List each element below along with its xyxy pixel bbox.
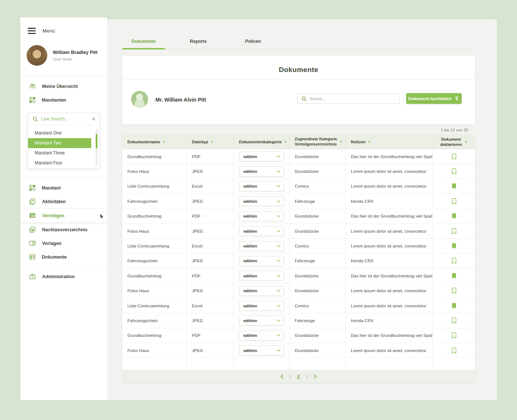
cell-assigned-category: Grundstücke [290, 209, 346, 223]
cell-category-select: wählen [234, 149, 290, 164]
divider [20, 76, 107, 76]
people-icon [29, 83, 36, 89]
cell-assigned-category: Grundstücke [290, 224, 346, 238]
cell-declare [433, 194, 475, 208]
sidebar-item-dokumente[interactable]: Dokumente [20, 250, 107, 264]
cell-declare [433, 343, 475, 358]
sort-arrow-icon[interactable]: ▼ [464, 140, 468, 144]
user-profile: William Bradley Pitt User level [20, 34, 107, 66]
list-item-mandant-one[interactable]: Mandant One [28, 128, 99, 138]
sidebar-item-mandanten[interactable]: Mandanten [20, 93, 107, 107]
category-dropdown[interactable]: wählen [239, 211, 284, 221]
client-avatar [131, 91, 148, 108]
declare-document-button[interactable] [451, 317, 457, 324]
user-name: William Bradley Pitt [53, 49, 97, 55]
cell-category-select: wählen [234, 298, 290, 313]
column-header-dateityp[interactable]: Dateityp▼ [187, 135, 234, 149]
column-header-dokument-deklarieren[interactable]: Dokument deklarieren▼ [433, 135, 475, 149]
sidebar-item-vorlagen[interactable]: Vorlagen [20, 236, 107, 250]
tab-reports[interactable]: Reports [177, 37, 220, 49]
live-search-results: Mandant One Mandant Two Mandant Three Ma… [28, 125, 99, 168]
sort-arrow-icon[interactable]: ▼ [284, 140, 287, 144]
list-item-mandant-four[interactable]: Mandant Four [28, 158, 99, 168]
pagination-next-icon[interactable] [314, 374, 317, 379]
tab-policen[interactable]: Policen [232, 37, 274, 49]
sidebar-item-meine-uebersicht[interactable]: Meine Übersicht [20, 79, 107, 93]
table-row: Grundbucheintrag PDF wählen Grundstücke … [122, 209, 475, 224]
bookmark-outline-icon [451, 198, 457, 205]
documents-table: Dokumentename▼ Dateityp▼ Dokumentenkateg… [122, 135, 475, 383]
hamburger-menu-icon[interactable] [28, 28, 36, 34]
sort-arrow-icon[interactable]: ▼ [339, 140, 343, 144]
declare-document-button[interactable] [451, 168, 457, 175]
bookmark-outline-icon [451, 287, 457, 294]
category-dropdown[interactable]: wählen [239, 271, 284, 281]
sidebar-item-aktivitaeten[interactable]: Aktivitäten [20, 195, 107, 208]
category-dropdown[interactable]: wählen [239, 196, 284, 206]
page-number-3[interactable]: 3 [305, 374, 308, 379]
cell-assigned-category: Grundstücke [290, 164, 346, 178]
declare-document-button[interactable] [451, 347, 457, 354]
category-dropdown[interactable]: wählen [239, 151, 284, 161]
declare-document-button[interactable] [451, 303, 457, 309]
search-icon [32, 116, 38, 122]
category-dropdown[interactable]: wählen [239, 331, 284, 341]
page-number-1[interactable]: 1 [289, 374, 292, 379]
pagination-prev-icon[interactable] [280, 374, 284, 379]
cell-category-select: wählen [234, 313, 290, 328]
table-row: Grundbucheintrag PDF wählen Grundstücke … [122, 269, 475, 283]
declare-document-button[interactable] [451, 257, 457, 264]
column-header-zugeordnete-kategorie[interactable]: Zugeordnete Kategorie Vermögensverzeichn… [290, 135, 346, 149]
list-item-mandant-two-selected[interactable]: Mandant Two [28, 138, 91, 148]
close-icon[interactable]: ✕ [92, 117, 96, 122]
bookmark-outline-icon [451, 317, 457, 324]
tab-dokumente[interactable]: Dokumente [122, 37, 165, 49]
category-dropdown[interactable]: wählen [239, 226, 284, 236]
cell-file-type: JPEG [187, 254, 234, 268]
list-item-mandant-three[interactable]: Mandant Three [28, 148, 99, 158]
category-dropdown[interactable]: wählen [239, 181, 284, 191]
sort-arrow-icon[interactable]: ▼ [210, 140, 213, 144]
document-search-input[interactable] [310, 96, 396, 101]
category-dropdown[interactable]: wählen [239, 345, 284, 355]
scrollbar-track[interactable] [96, 129, 97, 166]
category-dropdown[interactable]: wählen [239, 315, 284, 325]
column-header-dokumentename[interactable]: Dokumentename▼ [122, 135, 187, 149]
column-header-dokumentenkategorie[interactable]: Dokumentenkategorie▼ [234, 135, 290, 149]
declare-document-button[interactable] [451, 243, 457, 249]
category-dropdown[interactable]: wählen [239, 241, 284, 251]
cell-notes: Das hier ist der Grundbucheintrag viel S… [346, 209, 433, 223]
sidebar-item-vermoegen[interactable]: Vermögen [20, 208, 107, 223]
bookmark-outline-icon [451, 153, 457, 160]
cell-file-type: PDF [187, 149, 234, 164]
category-dropdown[interactable]: wählen [239, 301, 284, 311]
category-dropdown[interactable]: wählen [239, 167, 284, 177]
category-dropdown[interactable]: wählen [239, 286, 284, 296]
cell-declare [433, 313, 475, 328]
category-dropdown[interactable]: wählen [239, 256, 284, 266]
scrollbar-thumb[interactable] [96, 134, 97, 148]
declare-document-button[interactable] [451, 198, 457, 205]
declare-document-button[interactable] [451, 287, 457, 294]
sort-arrow-icon[interactable]: ▼ [368, 140, 371, 144]
column-header-notizen[interactable]: Notizen▼ [346, 135, 433, 149]
upload-document-button[interactable]: Dokument hochladen [406, 93, 462, 104]
declare-document-button[interactable] [451, 332, 457, 339]
cell-category-select: wählen [234, 209, 290, 223]
live-search-input[interactable] [41, 116, 88, 122]
sort-arrow-icon[interactable]: ▼ [162, 140, 166, 144]
declare-document-button[interactable] [451, 228, 457, 235]
page-number-2-active[interactable]: 2 [297, 374, 300, 379]
sidebar-item-nachlassverzeichnis[interactable]: Nachlassverzeichnis [20, 223, 107, 236]
cell-declare [433, 209, 475, 223]
sidebar-item-mandant[interactable]: Mandant [20, 181, 107, 195]
declare-document-button[interactable] [451, 273, 457, 279]
nav-label: Aktivitäten [42, 199, 66, 204]
bookmark-filled-icon [451, 303, 457, 309]
declare-document-button[interactable] [451, 213, 457, 219]
declare-document-button[interactable] [451, 153, 457, 160]
cell-notes: Lorem ipsum dolor sit amet, consectetur [346, 239, 433, 253]
divider [20, 266, 107, 266]
declare-document-button[interactable] [451, 183, 457, 189]
sidebar-item-administration[interactable]: Administration [20, 270, 107, 283]
